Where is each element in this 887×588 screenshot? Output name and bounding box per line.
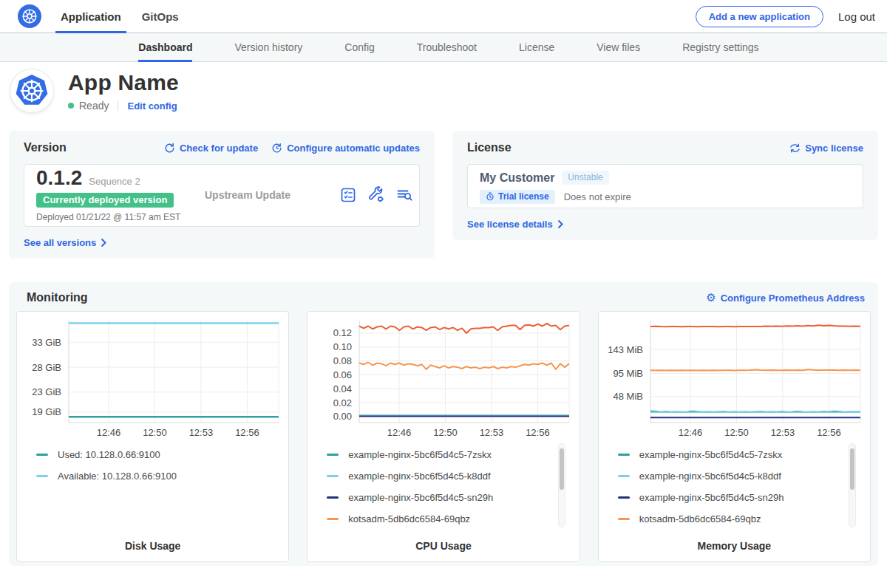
svg-text:0.00: 0.00: [333, 411, 352, 422]
svg-text:12:46: 12:46: [678, 427, 702, 438]
svg-text:12:53: 12:53: [480, 427, 504, 438]
legend-scrollbar[interactable]: [558, 443, 565, 527]
subnav-troubleshoot[interactable]: Troubleshoot: [417, 33, 477, 61]
chevron-right-icon: [101, 238, 107, 247]
legend-item: Used: 10.128.0.66:9100: [36, 444, 288, 465]
legend-label: example-nginx-5bc6f5d4c5-sn29h: [639, 492, 784, 503]
svg-text:0.02: 0.02: [333, 397, 352, 408]
legend-swatch: [618, 454, 630, 456]
view-logs-icon[interactable]: [395, 186, 413, 204]
svg-text:12:53: 12:53: [770, 427, 795, 438]
subnav-view-files[interactable]: View files: [597, 33, 640, 61]
current-version-box: 0.1.2 Sequence 2 Currently deployed vers…: [24, 164, 420, 227]
svg-text:12:50: 12:50: [433, 427, 458, 438]
legend-item: example-nginx-5bc6f5d4c5-sn29h: [618, 487, 870, 508]
disk-usage-legend: Used: 10.128.0.66:9100Available: 10.128.…: [17, 444, 288, 487]
subnav-license[interactable]: License: [519, 33, 554, 61]
svg-text:28 GiB: 28 GiB: [32, 362, 61, 373]
configure-prometheus-link[interactable]: ⚙ Configure Prometheus Address: [706, 293, 865, 304]
legend-swatch: [327, 518, 339, 520]
svg-text:12:46: 12:46: [387, 427, 412, 438]
license-box: My Customer Unstable Trial license Does …: [467, 164, 863, 208]
legend-swatch: [618, 518, 630, 520]
divider: [118, 100, 118, 111]
legend-scrollbar[interactable]: [849, 443, 856, 527]
version-source: Upstream Update: [205, 189, 339, 201]
see-all-versions-link[interactable]: See all versions: [24, 237, 107, 248]
legend-swatch: [327, 496, 339, 499]
svg-text:12:56: 12:56: [235, 427, 259, 438]
svg-text:0.06: 0.06: [333, 369, 352, 380]
svg-text:143 MiB: 143 MiB: [608, 344, 643, 355]
chart-title: Memory Usage: [599, 540, 870, 552]
primary-tabs: Application GitOps: [50, 0, 189, 33]
cpu-usage-chart: 0.120.100.080.060.040.020.0012:4612:5012…: [307, 312, 580, 439]
chart-title: CPU Usage: [307, 540, 579, 552]
legend-label: kotsadm-5db6dc6584-69qbz: [348, 513, 470, 524]
config-wrench-icon[interactable]: [367, 186, 385, 204]
scrollbar-thumb[interactable]: [850, 448, 854, 490]
subnav-dashboard[interactable]: Dashboard: [138, 33, 192, 61]
subnav-registry-settings[interactable]: Registry settings: [682, 33, 758, 61]
monitoring-card: Monitoring ⚙ Configure Prometheus Addres…: [9, 282, 878, 566]
check-for-update-link[interactable]: Check for update: [164, 143, 258, 154]
legend-label: example-nginx-5bc6f5d4c5-7zskx: [348, 449, 492, 460]
channel-badge: Unstable: [562, 171, 608, 185]
sync-icon: [789, 143, 801, 154]
legend-swatch: [327, 454, 339, 456]
svg-text:23 GiB: 23 GiB: [32, 386, 61, 397]
svg-text:0.04: 0.04: [333, 383, 352, 394]
scrollbar-thumb[interactable]: [560, 448, 564, 490]
legend-label: kotsadm-5db6dc6584-69qbz: [639, 513, 761, 524]
version-sequence: Sequence 2: [89, 176, 140, 187]
svg-text:12:50: 12:50: [143, 427, 167, 438]
edit-config-link[interactable]: Edit config: [127, 100, 177, 112]
monitoring-title: Monitoring: [27, 291, 88, 304]
version-card: Version Check for update Configure autom…: [9, 131, 435, 259]
app-name-title: App Name: [68, 70, 179, 95]
refresh-icon: [164, 143, 175, 154]
legend-swatch: [327, 475, 339, 477]
app-logo-icon: [10, 69, 53, 112]
legend-item: example-nginx-5bc6f5d4c5-sn29h: [327, 487, 579, 508]
subnav-config[interactable]: Config: [344, 33, 374, 61]
sync-license-link[interactable]: Sync license: [789, 143, 863, 154]
license-expiry: Does not expire: [564, 191, 631, 202]
chevron-right-icon: [557, 219, 564, 229]
legend-item: example-nginx-5bc6f5d4c5-k8ddf: [618, 465, 870, 487]
tab-gitops[interactable]: GitOps: [137, 0, 184, 33]
subnav-version-history[interactable]: Version history: [234, 33, 302, 61]
legend-item: kotsadm-5db6dc6584-69qbz: [618, 508, 870, 530]
memory-usage-chart: 143 MiB95 MiB48 MiB12:4612:5012:5312:56: [599, 312, 871, 439]
app-status: Ready: [79, 100, 109, 112]
legend-label: example-nginx-5bc6f5d4c5-7zskx: [639, 449, 783, 460]
svg-text:0.12: 0.12: [333, 327, 352, 338]
legend-label: Used: 10.128.0.66:9100: [58, 449, 160, 460]
legend-swatch: [618, 475, 630, 477]
tab-application[interactable]: Application: [55, 0, 126, 33]
status-dot-icon: [68, 103, 74, 109]
see-license-details-link[interactable]: See license details: [467, 219, 564, 230]
legend-label: Available: 10.128.0.66:9100: [58, 471, 177, 482]
license-type-badge: Trial license: [480, 190, 555, 204]
memory-usage-panel: 143 MiB95 MiB48 MiB12:4612:5012:5312:56 …: [598, 311, 871, 562]
top-navigation: Application GitOps Add a new application…: [0, 0, 887, 33]
auto-update-icon: [271, 143, 282, 154]
svg-text:12:46: 12:46: [97, 427, 121, 438]
add-application-button[interactable]: Add a new application: [696, 6, 823, 27]
svg-text:95 MiB: 95 MiB: [613, 368, 642, 379]
svg-text:12:53: 12:53: [189, 427, 214, 438]
legend-label: example-nginx-5bc6f5d4c5-k8ddf: [348, 471, 490, 482]
svg-text:12:56: 12:56: [526, 427, 550, 438]
disk-usage-panel: 33 GiB28 GiB23 GiB19 GiB12:4612:5012:531…: [16, 311, 289, 562]
legend-item: example-nginx-5bc6f5d4c5-7zskx: [327, 444, 579, 465]
disk-usage-chart: 33 GiB28 GiB23 GiB19 GiB12:4612:5012:531…: [17, 312, 289, 439]
license-card-title: License: [467, 141, 512, 154]
logout-link[interactable]: Log out: [838, 10, 875, 23]
svg-text:0.08: 0.08: [333, 355, 352, 366]
release-notes-icon[interactable]: [339, 186, 357, 204]
app-header: App Name Ready Edit config: [0, 62, 887, 112]
configure-automatic-updates-link[interactable]: Configure automatic updates: [271, 143, 420, 154]
license-card: License Sync license My Customer Unstabl…: [452, 131, 878, 240]
customer-name: My Customer: [480, 171, 554, 185]
